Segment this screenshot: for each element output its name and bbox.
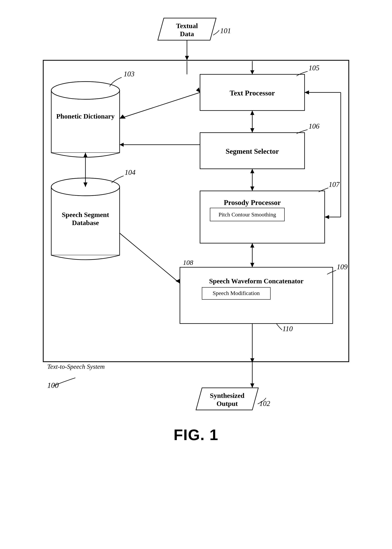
- text-processor-label: Text Processor: [230, 89, 275, 97]
- segment-selector-label: Segment Selector: [226, 147, 279, 155]
- ref-107: 107: [329, 181, 340, 188]
- textual-data-node: Textual Data 101: [158, 18, 231, 40]
- speech-waveform-label: Speech Waveform Concatenator: [209, 277, 304, 285]
- svg-point-1: [51, 82, 120, 99]
- ref-103: 103: [124, 70, 134, 78]
- speech-segment-label-1: Speech Segment: [62, 211, 109, 218]
- arrowhead-1: [185, 56, 189, 60]
- fig-label: FIG. 1: [174, 426, 218, 443]
- ref-110: 110: [282, 325, 293, 333]
- diagram-svg: Textual Data 101 Text-to-Speech System 1…: [35, 12, 357, 535]
- synthesized-output-node: Synthesized Output 102: [196, 388, 270, 410]
- textual-data-label-line1: Textual: [176, 22, 198, 29]
- system-label: Text-to-Speech System: [47, 363, 105, 370]
- speech-modification-label: Speech Modification: [213, 290, 260, 296]
- synthesized-output-label-1: Synthesized: [210, 392, 245, 399]
- ref-101: 101: [220, 27, 231, 35]
- ref-104: 104: [125, 168, 135, 176]
- ref-102: 102: [259, 399, 270, 408]
- synthesized-output-label-2: Output: [217, 400, 238, 407]
- ref-106: 106: [308, 122, 319, 130]
- svg-marker-20: [250, 383, 254, 388]
- phonetic-dict-label: Phonetic Dictionary: [56, 112, 115, 120]
- ref-109: 109: [337, 263, 348, 271]
- phonetic-dict-body: [51, 90, 120, 153]
- prosody-processor-label: Prosody Processor: [224, 199, 281, 207]
- ref-100: 100: [47, 381, 59, 389]
- textual-data-label-line2: Data: [180, 30, 194, 38]
- speech-segment-label-2: Database: [72, 219, 99, 226]
- pitch-contour-label: Pitch Contour Smoothing: [218, 211, 276, 218]
- ref-108: 108: [183, 259, 193, 266]
- ref-105: 105: [308, 64, 319, 72]
